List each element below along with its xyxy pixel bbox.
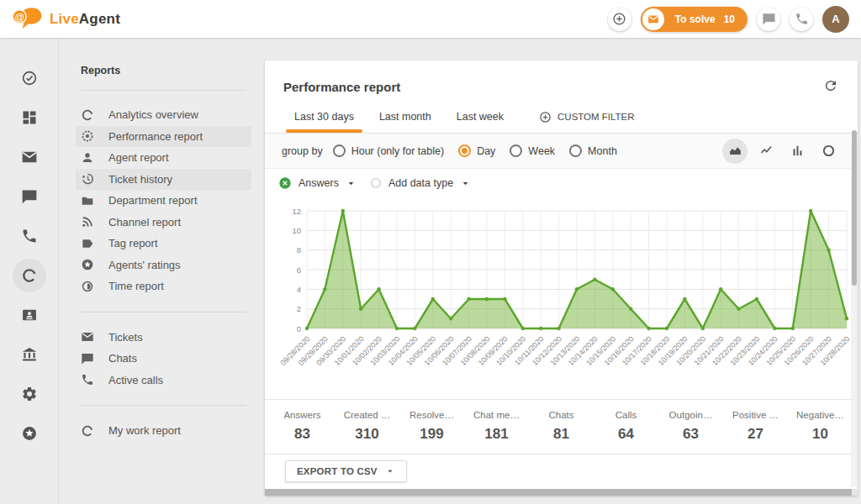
rail-item-contacts[interactable] bbox=[9, 295, 49, 334]
stat-value: 310 bbox=[355, 426, 378, 442]
radio-day[interactable]: Day bbox=[458, 144, 495, 157]
sidebar-item-channel-report[interactable]: Channel report bbox=[76, 212, 251, 234]
horizontal-scrollbar-thumb[interactable] bbox=[265, 489, 852, 496]
remove-series-icon[interactable] bbox=[278, 176, 292, 190]
add-new-button[interactable] bbox=[608, 8, 631, 31]
to-solve-pill[interactable]: To solve 10 bbox=[641, 7, 747, 32]
sidebar-item-agents-ratings[interactable]: Agents' ratings bbox=[76, 255, 251, 276]
stat-value: 81 bbox=[553, 426, 569, 442]
tab-last-30-days[interactable]: Last 30 days bbox=[282, 101, 367, 133]
rail-item-settings[interactable] bbox=[9, 374, 49, 413]
dashboard-icon bbox=[21, 109, 38, 126]
svg-text:10: 10 bbox=[292, 226, 301, 235]
sidebar-item-my-work-report[interactable]: My work report bbox=[76, 420, 251, 442]
series-name[interactable]: Answers bbox=[298, 177, 339, 189]
sidebar-item-time-report[interactable]: Time report bbox=[76, 276, 251, 297]
menu-divider bbox=[81, 312, 246, 312]
content: Reports Analytics overviewPerformance re… bbox=[0, 38, 861, 504]
date-range-tabs: Last 30 daysLast monthLast weekCUSTOM FI… bbox=[265, 101, 858, 134]
sidebar-item-label: Agents' ratings bbox=[108, 259, 181, 271]
tab-label: Last month bbox=[379, 111, 431, 123]
plus-circle-icon bbox=[612, 12, 626, 26]
radio-circle bbox=[458, 144, 471, 157]
stat-chat-me: Chat me…181 bbox=[464, 410, 529, 443]
sidebar-item-analytics-overview[interactable]: Analytics overview bbox=[76, 104, 251, 126]
check-circle-icon bbox=[21, 70, 38, 87]
sidebar-item-label: Chats bbox=[108, 352, 137, 365]
chats-button[interactable] bbox=[757, 8, 780, 31]
stat-positive: Positive …27 bbox=[723, 410, 788, 443]
tab-last-week[interactable]: Last week bbox=[444, 101, 516, 133]
radio-hour-only-for-table[interactable]: Hour (only for table) bbox=[333, 144, 444, 157]
stat-calls: Calls64 bbox=[594, 410, 658, 443]
rail-item-to-solve[interactable] bbox=[9, 58, 49, 97]
sidebar-item-active-calls[interactable]: Active calls bbox=[76, 370, 251, 391]
calls-button[interactable] bbox=[790, 8, 813, 31]
sidebar-item-tag-report[interactable]: Tag report bbox=[76, 233, 251, 255]
logo-wordmark: LiveAgent bbox=[50, 11, 120, 28]
stat-answers: Answers83 bbox=[270, 410, 335, 443]
svg-text:@: @ bbox=[14, 10, 24, 21]
topbar-actions: To solve 10 A bbox=[608, 6, 849, 33]
tab-label: Last week bbox=[457, 111, 504, 123]
performance-gauge-icon bbox=[81, 129, 94, 143]
export-to-csv-button[interactable]: EXPORT TO CSV bbox=[285, 460, 407, 482]
card-header: Performance report bbox=[265, 60, 858, 101]
mail-icon bbox=[647, 13, 659, 25]
area-chart-icon bbox=[728, 144, 742, 158]
vertical-scrollbar-thumb[interactable] bbox=[852, 130, 857, 286]
rail-item-reports[interactable] bbox=[9, 255, 49, 295]
rail-item-gamification[interactable] bbox=[9, 413, 49, 453]
chart-type-donut-chart-button[interactable] bbox=[816, 139, 841, 164]
gear-icon bbox=[21, 386, 38, 402]
sidebar-item-performance-report[interactable]: Performance report bbox=[76, 126, 251, 148]
contact-card-icon bbox=[21, 307, 38, 323]
rail-item-tickets[interactable] bbox=[9, 137, 49, 176]
radio-month[interactable]: Month bbox=[569, 144, 617, 157]
rail-item-chats[interactable] bbox=[9, 176, 49, 216]
sidebar-item-label: My work report bbox=[108, 424, 181, 437]
chart-type-line-chart-button[interactable] bbox=[753, 139, 779, 164]
stat-value: 83 bbox=[294, 426, 310, 442]
reports-menu: Analytics overviewPerformance reportAgen… bbox=[81, 104, 246, 442]
radio-week[interactable]: Week bbox=[510, 144, 555, 157]
horizontal-scrollbar[interactable] bbox=[265, 489, 858, 496]
to-solve-mail-badge bbox=[642, 8, 664, 30]
sidebar-item-tickets[interactable]: Tickets bbox=[76, 327, 251, 349]
sidebar-item-ticket-history[interactable]: Ticket history bbox=[76, 169, 251, 191]
sidebar-item-chats[interactable]: Chats bbox=[76, 348, 251, 370]
add-data-type-icon[interactable] bbox=[370, 177, 382, 189]
stat-created: Created …310 bbox=[335, 410, 399, 443]
sidebar-item-agent-report[interactable]: Agent report bbox=[76, 147, 251, 169]
rail-item-dashboard[interactable] bbox=[9, 97, 49, 137]
chart-type-bar-chart-button[interactable] bbox=[784, 139, 810, 164]
rail-item-accounts[interactable] bbox=[9, 334, 49, 374]
stat-value: 63 bbox=[683, 426, 699, 442]
stat-negative: Negative…10 bbox=[788, 410, 853, 443]
svg-text:4: 4 bbox=[297, 285, 301, 294]
sidebar-item-label: Department report bbox=[108, 194, 198, 207]
radio-label: Month bbox=[588, 145, 617, 157]
add-data-type-label[interactable]: Add data type bbox=[388, 177, 453, 189]
rail-item-calls[interactable] bbox=[9, 216, 49, 255]
bar-chart-icon bbox=[790, 144, 805, 158]
topbar: @ LiveAgent To solve 10 A bbox=[0, 0, 861, 38]
stat-value: 199 bbox=[420, 426, 443, 442]
rss-icon bbox=[81, 215, 94, 228]
sidebar-item-label: Ticket history bbox=[108, 173, 172, 186]
tab-custom-filter[interactable]: CUSTOM FILTER bbox=[526, 101, 647, 133]
chevron-down-icon[interactable] bbox=[346, 178, 357, 189]
chart-type-area-chart-button[interactable] bbox=[722, 139, 747, 164]
stat-outgoin: Outgoin…63 bbox=[658, 410, 723, 443]
tab-label: Last 30 days bbox=[294, 111, 354, 123]
chat-icon bbox=[21, 188, 38, 205]
radio-circle bbox=[333, 144, 346, 157]
chevron-down-icon[interactable] bbox=[460, 178, 471, 189]
stat-value: 181 bbox=[484, 426, 508, 442]
tab-last-month[interactable]: Last month bbox=[367, 101, 444, 133]
sidebar-item-label: Agent report bbox=[108, 151, 169, 164]
refresh-button[interactable] bbox=[822, 78, 839, 95]
avatar[interactable]: A bbox=[822, 6, 849, 33]
reports-menu-panel: Reports Analytics overviewPerformance re… bbox=[59, 38, 265, 504]
sidebar-item-department-report[interactable]: Department report bbox=[76, 190, 251, 212]
